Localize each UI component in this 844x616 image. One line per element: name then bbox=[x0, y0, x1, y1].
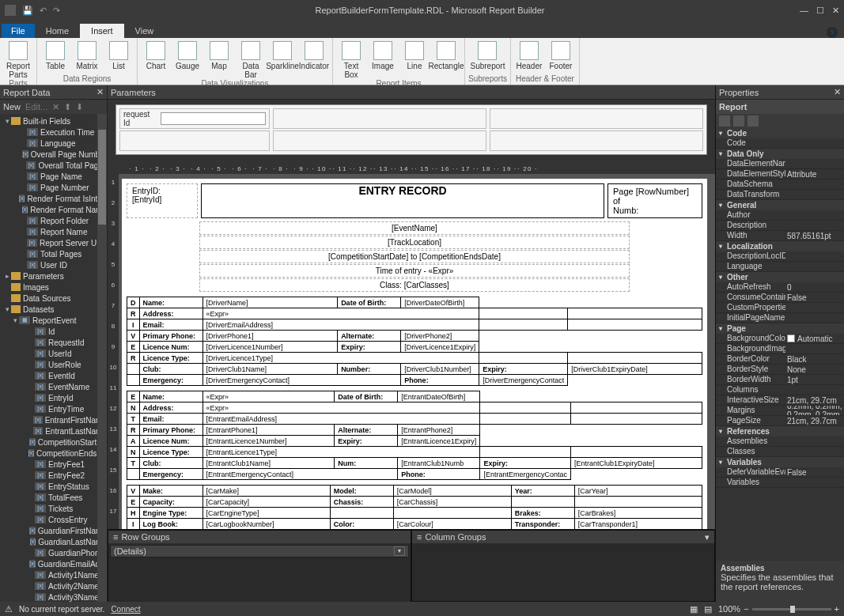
tree-node[interactable]: [x]Report Server URL bbox=[0, 237, 107, 248]
tree-node[interactable]: [x]Tickets bbox=[0, 503, 107, 514]
tree-node[interactable]: [x]Render Format Name bbox=[0, 204, 107, 215]
ribbon-report-parts[interactable]: ReportParts bbox=[3, 40, 33, 79]
design-surface[interactable]: · 1 ·· 2 ·· 3 ·· 4 ·· 5 ·· 6 ·· 7 ·· 8 ·… bbox=[108, 163, 715, 529]
prop-category[interactable]: ▾References bbox=[716, 426, 844, 436]
tree-node[interactable]: [x]CompetitionEndsDa bbox=[0, 448, 107, 459]
minimize-icon[interactable]: — bbox=[800, 6, 808, 16]
ribbon-header[interactable]: Header bbox=[514, 40, 544, 74]
tree-node[interactable]: [x]Id bbox=[0, 326, 107, 337]
prop-row[interactable]: Code bbox=[716, 138, 844, 149]
tree-node[interactable]: [x]UserRole bbox=[0, 359, 107, 370]
prop-category[interactable]: ▾Other bbox=[716, 272, 844, 282]
connect-link[interactable]: Connect bbox=[111, 605, 140, 614]
header-line[interactable]: [EventName] bbox=[199, 221, 630, 235]
tree-node[interactable]: [x]Render Format IsInterac bbox=[0, 193, 107, 204]
tab-home[interactable]: Home bbox=[35, 24, 80, 38]
report-data-tree[interactable]: ▾Built-in Fields[x]Execution Time[x]Lang… bbox=[0, 114, 107, 602]
prop-row[interactable]: Assemblies bbox=[716, 436, 844, 447]
up-icon[interactable]: ⬆ bbox=[64, 102, 71, 112]
tree-node[interactable]: [x]UserId bbox=[0, 348, 107, 359]
tree-node[interactable]: [x]GuardianEmailAddr bbox=[0, 558, 107, 569]
parameters-grid[interactable]: request Id bbox=[115, 104, 707, 155]
tree-node[interactable]: [x]EntrantFirstName bbox=[0, 414, 107, 425]
sort-cat-icon[interactable] bbox=[719, 115, 730, 127]
ribbon-sparkline[interactable]: Sparkline bbox=[267, 40, 297, 79]
param-cell[interactable] bbox=[490, 108, 703, 129]
param-input-requestid[interactable] bbox=[161, 112, 266, 125]
prop-row[interactable]: InteractiveSize21cm, 29.7cm bbox=[716, 395, 844, 406]
tree-node[interactable]: [x]GuardianPhone bbox=[0, 547, 107, 558]
header-line[interactable]: Time of entry - «Expr» bbox=[199, 264, 630, 278]
prop-row[interactable]: Width587.65161pt bbox=[716, 231, 844, 241]
prop-row[interactable]: AutoRefresh0 bbox=[716, 282, 844, 293]
tree-node[interactable]: [x]EntryId bbox=[0, 392, 107, 403]
tree-node[interactable]: [x]Page Name bbox=[0, 171, 107, 182]
undo-icon[interactable]: ↶ bbox=[40, 6, 47, 16]
zoom-out-icon[interactable]: − bbox=[744, 604, 748, 614]
ribbon-footer[interactable]: Footer bbox=[546, 40, 576, 74]
tree-node[interactable]: [x]Overall Total Pages bbox=[0, 160, 107, 171]
tree-node[interactable]: [x]Total Pages bbox=[0, 248, 107, 259]
prop-row[interactable]: BorderStyleNone bbox=[716, 365, 844, 375]
tree-node[interactable]: [x]EntryTime bbox=[0, 403, 107, 414]
tree-node[interactable]: [x]Activity3Name bbox=[0, 591, 107, 602]
tree-node[interactable]: [x]User ID bbox=[0, 259, 107, 270]
ribbon-indicator[interactable]: Indicator bbox=[299, 40, 329, 79]
param-cell[interactable] bbox=[490, 130, 703, 151]
prop-row[interactable]: DataTransform bbox=[716, 190, 844, 200]
tree-node[interactable]: [x]Page Number bbox=[0, 182, 107, 193]
ribbon-rectangle[interactable]: Rectangle bbox=[431, 40, 461, 79]
ribbon-chart[interactable]: Chart bbox=[141, 40, 171, 79]
panel-close-icon[interactable]: ✕ bbox=[97, 87, 104, 97]
prop-row[interactable]: Author bbox=[716, 210, 844, 221]
ribbon-text-box[interactable]: TextBox bbox=[336, 40, 366, 79]
sort-az-icon[interactable] bbox=[733, 115, 744, 127]
tree-node[interactable]: [x]EventName bbox=[0, 381, 107, 392]
edit-button[interactable]: Edit... bbox=[25, 102, 47, 111]
tree-node[interactable]: [x]Execution Time bbox=[0, 127, 107, 138]
tree-node[interactable]: [x]Report Name bbox=[0, 226, 107, 237]
ribbon-gauge[interactable]: Gauge bbox=[172, 40, 202, 79]
ribbon-subreport[interactable]: Subreport bbox=[472, 40, 502, 74]
prop-row[interactable]: DeferVariableEvalFalse bbox=[716, 467, 844, 478]
zoom-slider[interactable] bbox=[752, 608, 831, 610]
prop-row[interactable]: Variables bbox=[716, 478, 844, 488]
ribbon-image[interactable]: Image bbox=[368, 40, 398, 79]
tree-node[interactable]: [x]GuardianLastName bbox=[0, 536, 107, 547]
ribbon-line[interactable]: Line bbox=[399, 40, 430, 79]
tree-node[interactable]: ▸Parameters bbox=[0, 270, 107, 282]
report-body[interactable]: EntryID: [EntryId] ENTRY RECORD Page [Ro… bbox=[122, 179, 707, 529]
prop-category[interactable]: ▾Variables bbox=[716, 457, 844, 467]
prop-row[interactable]: BackgroundColoAutomatic bbox=[716, 334, 844, 344]
page-box[interactable]: Page [RowNumber] of Numb: bbox=[607, 183, 702, 218]
prop-pages-icon[interactable] bbox=[747, 115, 759, 127]
prop-row[interactable]: DataElementNam bbox=[716, 159, 844, 169]
tab-view[interactable]: View bbox=[124, 24, 165, 38]
prop-row[interactable]: PageSize21cm, 29.7cm bbox=[716, 416, 844, 426]
ribbon-table[interactable]: Table bbox=[40, 40, 70, 74]
ribbon-map[interactable]: Map bbox=[204, 40, 234, 79]
prop-category[interactable]: ▾Page bbox=[716, 323, 844, 334]
delete-icon[interactable]: ✕ bbox=[52, 102, 59, 112]
group-menu-icon[interactable]: ▾ bbox=[705, 532, 710, 542]
param-cell[interactable] bbox=[119, 130, 270, 151]
prop-category[interactable]: ▾General bbox=[716, 200, 844, 210]
prop-category[interactable]: ▾Code bbox=[716, 128, 844, 138]
tree-node[interactable]: ▾Datasets bbox=[0, 304, 107, 315]
tree-node[interactable]: [x]RequestId bbox=[0, 337, 107, 348]
prop-row[interactable]: ConsumeContainFalse bbox=[716, 293, 844, 303]
tree-node[interactable]: [x]Overall Page Number bbox=[0, 149, 107, 160]
tree-node[interactable]: [x]Activity2Name bbox=[0, 580, 107, 591]
redo-icon[interactable]: ↷ bbox=[53, 6, 60, 16]
param-cell[interactable] bbox=[273, 108, 486, 129]
tree-node[interactable]: Images bbox=[0, 282, 107, 293]
vehicle-table[interactable]: VMake:[CarMake]Model:[CarModel]Year:[Car… bbox=[127, 485, 702, 529]
properties-grid[interactable]: ▾CodeCode▾Data OnlyDataElementNamDataEle… bbox=[716, 128, 844, 561]
ribbon-matrix[interactable]: Matrix bbox=[72, 40, 102, 74]
prop-row[interactable]: BorderColorBlack bbox=[716, 354, 844, 365]
close-icon[interactable]: ✕ bbox=[832, 6, 839, 16]
maximize-icon[interactable]: ☐ bbox=[816, 6, 824, 16]
new-button[interactable]: New bbox=[3, 102, 21, 111]
tree-node[interactable]: [x]EventId bbox=[0, 370, 107, 381]
header-line[interactable]: [TrackLocation] bbox=[199, 236, 630, 249]
